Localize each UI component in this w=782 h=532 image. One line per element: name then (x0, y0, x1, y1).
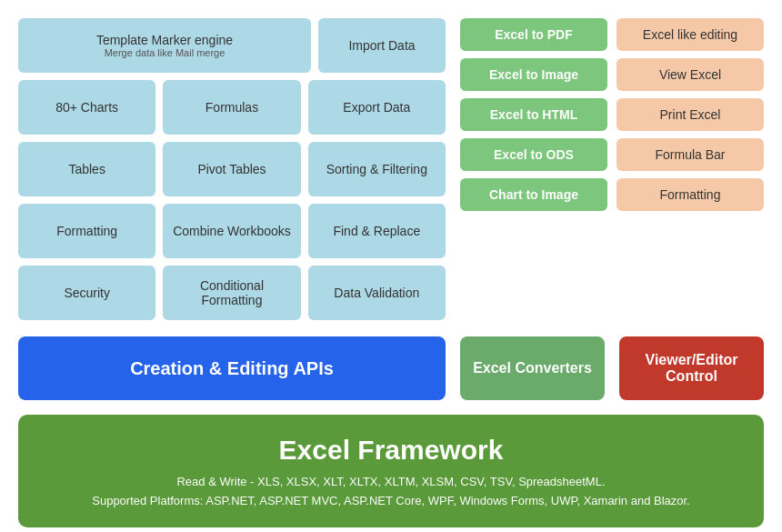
export-data-cell[interactable]: Export Data (308, 80, 446, 135)
template-marker-cell[interactable]: Template Marker engine Merge data like M… (18, 18, 311, 73)
viewer-editor-label: Viewer/Editor Control (619, 352, 764, 385)
formula-bar-label: Formula Bar (655, 147, 725, 162)
excel-to-ods-label: Excel to ODS (494, 147, 574, 162)
import-data-label: Import Data (348, 38, 415, 53)
excel-converters-button[interactable]: Excel Converters (460, 336, 605, 400)
framework-line1: Read & Write - XLS, XLSX, XLT, XLTX, XLT… (36, 473, 746, 492)
creation-editing-label: Creation & Editing APIs (130, 358, 334, 379)
security-cell[interactable]: Security (18, 266, 155, 320)
row-1: Template Marker engine Merge data like M… (18, 18, 446, 73)
chart-to-image-label: Chart to Image (489, 187, 578, 202)
import-data-cell[interactable]: Import Data (318, 18, 446, 73)
charts-label: 80+ Charts (55, 100, 118, 115)
excel-to-html-cell[interactable]: Excel to HTML (460, 98, 607, 131)
excel-to-ods-cell[interactable]: Excel to ODS (460, 138, 607, 171)
tables-label: Tables (68, 162, 105, 176)
right-panel: Excel to PDF Excel to Image Excel to HTM… (460, 18, 764, 327)
security-label: Security (64, 286, 110, 300)
formatting-label: Formatting (56, 224, 117, 238)
view-excel-cell[interactable]: View Excel (617, 58, 764, 91)
viewer-editor-button[interactable]: Viewer/Editor Control (619, 336, 764, 400)
row-4: Formatting Combine Workbooks Find & Repl… (18, 204, 446, 258)
combine-workbooks-cell[interactable]: Combine Workbooks (163, 204, 300, 258)
find-replace-cell[interactable]: Find & Replace (308, 204, 446, 258)
excel-to-html-label: Excel to HTML (490, 107, 577, 122)
framework-line2: Supported Platforms: ASP.NET, ASP.NET MV… (36, 492, 746, 511)
row-3: Tables Pivot Tables Sorting & Filtering (18, 142, 446, 196)
formulas-cell[interactable]: Formulas (163, 80, 300, 135)
combine-workbooks-label: Combine Workbooks (173, 224, 291, 238)
template-marker-label: Template Marker engine (96, 33, 233, 47)
tables-cell[interactable]: Tables (18, 142, 155, 196)
excel-like-editing-label: Excel like editing (643, 27, 737, 42)
pivot-tables-label: Pivot Tables (197, 162, 266, 176)
row-5: Security Conditional Formatting Data Val… (18, 266, 446, 320)
find-replace-label: Find & Replace (333, 224, 420, 238)
green-column: Excel to PDF Excel to Image Excel to HTM… (460, 18, 607, 327)
main-container: Template Marker engine Merge data like M… (9, 0, 773, 532)
sorting-filtering-cell[interactable]: Sorting & Filtering (308, 142, 446, 196)
charts-cell[interactable]: 80+ Charts (18, 80, 155, 135)
conditional-formatting-cell[interactable]: Conditional Formatting (163, 266, 300, 320)
excel-converters-label: Excel Converters (473, 360, 592, 376)
right-formatting-label: Formatting (660, 187, 721, 202)
excel-like-editing-cell[interactable]: Excel like editing (617, 18, 764, 51)
framework-title: Excel Framework (36, 435, 746, 466)
creation-editing-button[interactable]: Creation & Editing APIs (18, 336, 446, 400)
top-section: Template Marker engine Merge data like M… (18, 18, 764, 327)
print-excel-cell[interactable]: Print Excel (617, 98, 764, 131)
export-data-label: Export Data (343, 100, 410, 115)
bottom-row: Creation & Editing APIs Excel Converters… (18, 336, 764, 400)
row-2: 80+ Charts Formulas Export Data (18, 80, 446, 135)
peach-column: Excel like editing View Excel Print Exce… (617, 18, 764, 327)
pivot-tables-cell[interactable]: Pivot Tables (163, 142, 300, 196)
formula-bar-cell[interactable]: Formula Bar (617, 138, 764, 171)
conditional-formatting-label: Conditional Formatting (170, 278, 293, 307)
right-formatting-cell[interactable]: Formatting (617, 178, 764, 211)
print-excel-label: Print Excel (660, 107, 721, 122)
formatting-cell[interactable]: Formatting (18, 204, 155, 258)
template-marker-sub: Merge data like Mail merge (105, 47, 226, 58)
view-excel-label: View Excel (659, 67, 721, 82)
excel-to-pdf-cell[interactable]: Excel to PDF (460, 18, 607, 51)
chart-to-image-cell[interactable]: Chart to Image (460, 178, 607, 211)
data-validation-label: Data Validation (334, 286, 419, 300)
data-validation-cell[interactable]: Data Validation (308, 266, 446, 320)
sorting-filtering-label: Sorting & Filtering (326, 162, 427, 176)
formulas-label: Formulas (206, 100, 258, 115)
excel-to-pdf-label: Excel to PDF (495, 27, 573, 42)
excel-framework-footer: Excel Framework Read & Write - XLS, XLSX… (18, 415, 764, 527)
left-panel: Template Marker engine Merge data like M… (18, 18, 446, 327)
excel-to-image-cell[interactable]: Excel to Image (460, 58, 607, 91)
excel-to-image-label: Excel to Image (489, 67, 578, 82)
